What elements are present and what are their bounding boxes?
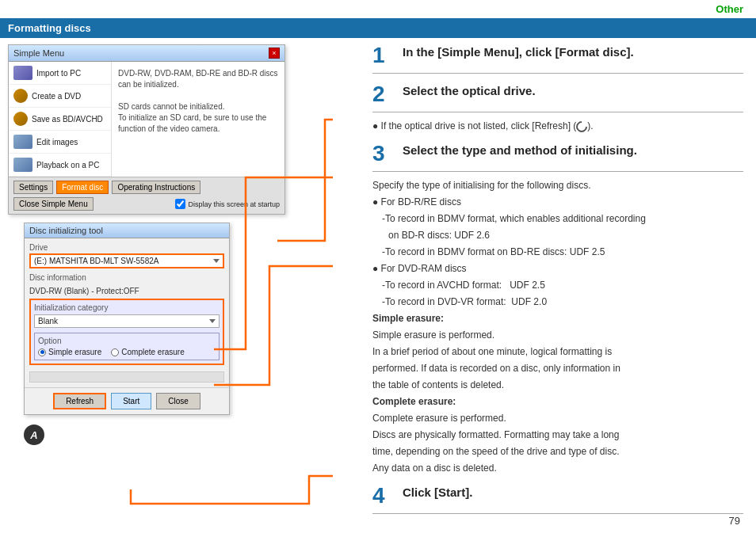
step-3-bdr: ● For BD-R/RE discs	[372, 195, 743, 209]
step-3-dvdram: ● For DVD-RAM discs	[372, 261, 743, 276]
step-2-body-1: ● If the optical drive is not listed, cl…	[372, 119, 743, 133]
init-category-arrow	[209, 319, 216, 323]
step-3-complete-title: Complete erasure:	[372, 394, 743, 409]
step-1-number: 1	[372, 44, 395, 67]
step-4-title: Click [Start].	[403, 485, 472, 501]
simple-menu-desc3: SD cards cannot be initialized.	[118, 102, 225, 111]
option-label: Option	[38, 337, 216, 345]
display-startup-checkbox[interactable]	[175, 199, 185, 209]
simple-menu-desc2: can be initialized.	[118, 80, 179, 89]
step-3-specify: Specify the type of initialising for the…	[372, 178, 743, 192]
step-1-title: In the [Simple Menu], click [Format disc…	[403, 44, 634, 60]
simple-erasure-radio[interactable]: Simple erasure	[38, 348, 101, 356]
step-2-title: Select the optical drive.	[403, 83, 536, 99]
simple-menu-title: Simple Menu	[13, 48, 64, 58]
start-button[interactable]: Start	[111, 393, 151, 409]
step-3-simple-body4: the table of contents is deleted.	[372, 378, 743, 392]
operating-instructions-button[interactable]: Operating Instructions	[112, 181, 200, 194]
step-1: 1 In the [Simple Menu], click [Format di…	[372, 44, 743, 74]
drive-select[interactable]: (E:) MATSHITA BD-MLT SW-5582A	[29, 253, 224, 268]
window-close-button[interactable]: ×	[269, 48, 280, 59]
complete-erasure-circle	[111, 348, 119, 356]
step-2: 2 Select the optical drive. ● If the opt…	[372, 83, 743, 133]
step-3-simple-body3: performed. If data is recorded on a disc…	[372, 361, 743, 375]
complete-erasure-radio[interactable]: Complete erasure	[111, 348, 184, 356]
step-3-complete-body2: Discs are physically formatted. Formatti…	[372, 428, 743, 442]
init-category-box: Initialization category Blank Option Sim…	[29, 299, 224, 365]
simple-menu-desc5: function of the video camera.	[118, 124, 220, 133]
drive-select-arrow	[213, 259, 220, 263]
step-3-bdmv1b: on BD-R discs: UDF 2.6	[388, 228, 743, 242]
complete-erasure-label: Complete erasure	[121, 348, 184, 356]
init-category-value: Blank	[38, 317, 58, 326]
simple-erasure-circle	[38, 348, 46, 356]
step-4-number: 4	[372, 485, 395, 507]
step-3-dvdvr: -To record in DVD-VR format: UDF 2.0	[382, 295, 743, 309]
init-category-label: Initialization category	[34, 303, 220, 312]
menu-item-edit[interactable]: Edit images	[9, 131, 111, 154]
step-3-simple-body1: Simple erasure is performed.	[372, 328, 743, 342]
close-simple-menu-button[interactable]: Close Simple Menu	[13, 197, 94, 211]
radio-group: Simple erasure Complete erasure	[38, 348, 216, 356]
settings-button[interactable]: Settings	[13, 181, 53, 194]
step-3-bdmv1: -To record in BDMV format, which enables…	[382, 211, 743, 226]
bullet-a: A	[24, 424, 44, 445]
disc-init-window: Disc initializing tool Drive (E:) MATSHI…	[24, 223, 230, 415]
simple-menu-window: Simple Menu × Import to PC Create a DVD	[8, 44, 285, 215]
menu-item-import[interactable]: Import to PC	[9, 62, 111, 85]
avchd-icon	[13, 112, 28, 126]
step-3-number: 3	[372, 143, 395, 165]
dvd-icon	[13, 89, 28, 103]
section-header: Formatting discs	[0, 18, 756, 38]
menu-item-playback[interactable]: Playback on a PC	[9, 154, 111, 177]
init-category-select[interactable]: Blank	[34, 314, 220, 328]
step-3-bdmv2: -To record in BDMV format on BD-RE discs…	[382, 245, 743, 259]
page-number: 79	[729, 515, 740, 527]
step-3-complete-body4: Any data on a disc is deleted.	[372, 461, 743, 475]
disc-init-title: Disc initializing tool	[29, 226, 103, 235]
step-3-complete-body3: time, depending on the speed of the driv…	[372, 444, 743, 459]
progress-bar	[29, 371, 224, 383]
simple-erasure-label: Simple erasure	[48, 348, 101, 356]
display-startup-label: Display this screen at startup	[188, 200, 280, 208]
section-label: Other	[716, 3, 743, 15]
step-3-avchd: -To record in AVCHD format: UDF 2.5	[382, 278, 743, 292]
step-3-simple-title: Simple erasure:	[372, 311, 743, 326]
simple-menu-desc4: To initialize an SD card, be sure to use…	[118, 113, 266, 122]
format-disc-button[interactable]: Format disc	[56, 181, 109, 194]
simple-menu-desc1: DVD-RW, DVD-RAM, BD-RE and BD-R discs	[118, 69, 278, 78]
drive-value: (E:) MATSHITA BD-MLT SW-5582A	[34, 257, 158, 265]
playback-icon	[13, 158, 32, 172]
close-button[interactable]: Close	[156, 393, 200, 409]
step-3-simple-body2: In a brief period of about one minute, l…	[372, 345, 743, 359]
step-3-complete-body1: Complete erasure is performed.	[372, 411, 743, 425]
step-3: 3 Select the type and method of initiali…	[372, 143, 743, 475]
step-4: 4 Click [Start].	[372, 485, 743, 514]
disc-info-label: Disc information	[29, 273, 224, 282]
option-box: Option Simple erasure Complete erasure	[34, 333, 220, 360]
import-icon	[13, 66, 32, 80]
step-2-number: 2	[372, 83, 395, 105]
menu-item-create-dvd[interactable]: Create a DVD	[9, 85, 111, 108]
refresh-button[interactable]: Refresh	[53, 393, 106, 409]
disc-info-value: DVD-RW (Blank) - Protect:OFF	[29, 284, 224, 299]
edit-icon	[13, 135, 32, 149]
drive-label: Drive	[29, 243, 224, 252]
menu-item-save-avchd[interactable]: Save as BD/AVCHD	[9, 108, 111, 131]
step-3-title: Select the type and method of initialisi…	[403, 143, 637, 158]
